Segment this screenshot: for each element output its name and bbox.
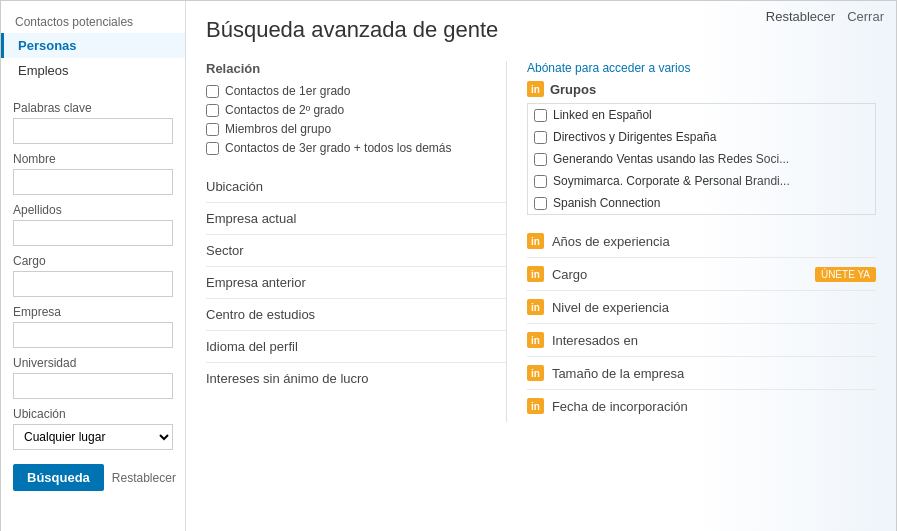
cargo-label: Cargo [13, 254, 173, 268]
apellidos-input[interactable] [13, 220, 173, 246]
group-check-0[interactable] [534, 109, 547, 122]
group-check-3[interactable] [534, 175, 547, 188]
empresa-label: Empresa [13, 305, 173, 319]
group-label-2: Generando Ventas usando las Redes Soci..… [553, 152, 789, 166]
empresa-input[interactable] [13, 322, 173, 348]
checkbox-2o-grado[interactable] [206, 104, 219, 117]
group-label-0: Linked en Español [553, 108, 652, 122]
premium-field-label-5: Fecha de incorporación [552, 399, 688, 414]
field-label-ubicacion: Ubicación [206, 179, 263, 194]
field-row-ubicacion[interactable]: Ubicación [206, 171, 506, 202]
checkbox-label-1: Contactos de 1er grado [225, 84, 350, 98]
field-label-sector: Sector [206, 243, 244, 258]
checkbox-label-4: Contactos de 3er grado + todos los demás [225, 141, 451, 155]
field-row-empresa-actual[interactable]: Empresa actual [206, 202, 506, 234]
apellidos-label: Apellidos [13, 203, 173, 217]
field-row-idioma[interactable]: Idioma del perfil [206, 330, 506, 362]
relacion-section: Relación Contactos de 1er grado Contacto… [206, 61, 506, 155]
in-badge-3: in [527, 332, 544, 348]
checkbox-label-3: Miembros del grupo [225, 122, 331, 136]
nombre-label: Nombre [13, 152, 173, 166]
group-item-4[interactable]: Spanish Connection [528, 192, 875, 214]
restablecer-button-small[interactable]: Restablecer [112, 471, 176, 485]
checkbox-miembros[interactable] [206, 123, 219, 136]
group-item-0[interactable]: Linked en Español [528, 104, 875, 126]
checkbox-item-1[interactable]: Contactos de 1er grado [206, 84, 506, 98]
premium-field-label-2: Nivel de experiencia [552, 300, 669, 315]
in-badge-4: in [527, 365, 544, 381]
group-item-2[interactable]: Generando Ventas usando las Redes Soci..… [528, 148, 875, 170]
busqueda-button[interactable]: Búsqueda [13, 464, 104, 491]
universidad-label: Universidad [13, 356, 173, 370]
sidebar-form: Palabras clave Nombre Apellidos Cargo Em… [1, 83, 185, 501]
palabras-clave-label: Palabras clave [13, 101, 173, 115]
checkbox-item-4[interactable]: Contactos de 3er grado + todos los demás [206, 141, 506, 155]
app-container: Restablecer Cerrar Contactos potenciales… [0, 0, 897, 531]
in-badge-1: in [527, 266, 544, 282]
left-column: Relación Contactos de 1er grado Contacto… [206, 61, 506, 422]
group-check-2[interactable] [534, 153, 547, 166]
nombre-input[interactable] [13, 169, 173, 195]
upgrade-badge-1: ÚNETE YA [815, 267, 876, 282]
main-columns: Relación Contactos de 1er grado Contacto… [206, 61, 876, 422]
in-badge-0: in [527, 233, 544, 249]
premium-row-4[interactable]: in Tamaño de la empresa [527, 356, 876, 389]
field-label-intereses: Intereses sin ánimo de lucro [206, 371, 369, 386]
premium-field-label-1: Cargo [552, 267, 587, 282]
premium-field-label-3: Interesados en [552, 333, 638, 348]
main-content: Búsqueda avanzada de gente Relación Cont… [186, 1, 896, 531]
group-item-1[interactable]: Directivos y Dirigentes España [528, 126, 875, 148]
groups-section: in Grupos Linked en Español Directivos y… [527, 81, 876, 215]
premium-field-label-0: Años de experiencia [552, 234, 670, 249]
checkbox-3er-grado[interactable] [206, 142, 219, 155]
sidebar-item-empleos[interactable]: Empleos [1, 58, 185, 83]
grupos-label: Grupos [550, 82, 596, 97]
premium-link[interactable]: Abónate para acceder a varios [527, 61, 876, 75]
page-title: Búsqueda avanzada de gente [206, 17, 876, 43]
right-column: Abónate para acceder a varios in Grupos … [506, 61, 876, 422]
sidebar-section-title: Contactos potenciales [1, 9, 185, 33]
field-row-intereses[interactable]: Intereses sin ánimo de lucro [206, 362, 506, 394]
group-label-4: Spanish Connection [553, 196, 660, 210]
field-label-empresa-anterior: Empresa anterior [206, 275, 306, 290]
checkbox-item-3[interactable]: Miembros del grupo [206, 122, 506, 136]
premium-fields: in Años de experiencia in Cargo ÚNETE YA… [527, 225, 876, 422]
checkbox-item-2[interactable]: Contactos de 2º grado [206, 103, 506, 117]
group-label-1: Directivos y Dirigentes España [553, 130, 716, 144]
universidad-input[interactable] [13, 373, 173, 399]
checkbox-1er-grado[interactable] [206, 85, 219, 98]
in-badge-grupos: in [527, 81, 544, 97]
group-check-4[interactable] [534, 197, 547, 210]
in-badge-5: in [527, 398, 544, 414]
palabras-clave-input[interactable] [13, 118, 173, 144]
group-check-1[interactable] [534, 131, 547, 144]
premium-row-1[interactable]: in Cargo ÚNETE YA [527, 257, 876, 290]
premium-field-label-4: Tamaño de la empresa [552, 366, 684, 381]
groups-header: in Grupos [527, 81, 876, 97]
in-badge-2: in [527, 299, 544, 315]
field-row-empresa-anterior[interactable]: Empresa anterior [206, 266, 506, 298]
field-row-centro-estudios[interactable]: Centro de estudios [206, 298, 506, 330]
sidebar-item-personas[interactable]: Personas [1, 33, 185, 58]
group-item-3[interactable]: Soymimarca. Corporate & Personal Brandi.… [528, 170, 875, 192]
field-row-sector[interactable]: Sector [206, 234, 506, 266]
checkbox-label-2: Contactos de 2º grado [225, 103, 344, 117]
sidebar: Contactos potenciales Personas Empleos P… [1, 1, 186, 531]
cargo-input[interactable] [13, 271, 173, 297]
group-label-3: Soymimarca. Corporate & Personal Brandi.… [553, 174, 790, 188]
field-label-idioma: Idioma del perfil [206, 339, 298, 354]
ubicacion-label: Ubicación [13, 407, 173, 421]
premium-row-3[interactable]: in Interesados en [527, 323, 876, 356]
field-label-empresa-actual: Empresa actual [206, 211, 296, 226]
field-label-centro-estudios: Centro de estudios [206, 307, 315, 322]
premium-row-2[interactable]: in Nivel de experiencia [527, 290, 876, 323]
premium-row-0[interactable]: in Años de experiencia [527, 225, 876, 257]
groups-list[interactable]: Linked en Español Directivos y Dirigente… [527, 103, 876, 215]
relacion-label: Relación [206, 61, 506, 76]
ubicacion-select[interactable]: Cualquier lugar España América Latina Es… [13, 424, 173, 450]
sidebar-buttons: Búsqueda Restablecer [13, 464, 173, 491]
premium-row-5[interactable]: in Fecha de incorporación [527, 389, 876, 422]
left-fields-list: Ubicación Empresa actual Sector Empresa … [206, 171, 506, 394]
